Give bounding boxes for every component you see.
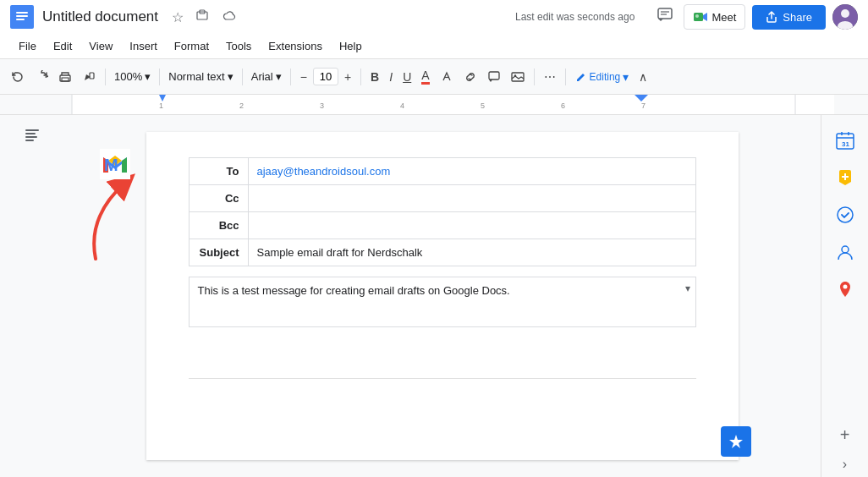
svg-rect-19 — [489, 72, 499, 80]
svg-rect-11 — [695, 14, 699, 18]
document-horizontal-rule — [189, 378, 696, 379]
toolbar-divider-2 — [159, 69, 160, 85]
print-button[interactable] — [54, 67, 76, 87]
document-title[interactable]: Untitled document — [42, 8, 158, 25]
ruler: 1 2 3 4 5 6 7 — [0, 95, 868, 115]
gmail-m-icon-container: M — [100, 149, 130, 182]
toolbar-divider-3 — [242, 69, 243, 85]
menu-file[interactable]: File — [10, 36, 45, 56]
svg-point-47 — [838, 207, 853, 222]
star-icon[interactable]: ☆ — [172, 9, 184, 25]
svg-marker-10 — [703, 13, 707, 21]
ruler-inner: 1 2 3 4 5 6 7 — [0, 95, 868, 114]
svg-text:M: M — [104, 156, 118, 174]
image-button[interactable] — [507, 67, 529, 87]
style-select[interactable]: Normal text ▾ — [165, 68, 236, 85]
comment-insert-button[interactable] — [483, 67, 505, 87]
highlight-button[interactable] — [436, 67, 458, 87]
toolbar-divider-1 — [105, 69, 106, 85]
editing-mode-button[interactable]: Editing ▾ — [571, 67, 634, 87]
subject-label: Subject — [189, 239, 248, 266]
table-row-bcc: Bcc — [189, 212, 695, 239]
document-outline-button[interactable] — [20, 123, 44, 150]
svg-rect-6 — [658, 8, 672, 19]
toolbar-divider-6 — [534, 69, 535, 85]
to-value[interactable]: ajaay@theandroidsoul.com — [248, 158, 695, 185]
last-edit-status: Last edit was seconds ago — [515, 11, 635, 23]
expand-sidebar-button[interactable]: › — [843, 457, 847, 472]
font-size-input[interactable] — [313, 68, 338, 85]
font-select[interactable]: Arial ▾ — [248, 68, 285, 85]
meet-button[interactable]: Meet — [684, 4, 745, 30]
main-content: M To ajaay@theandroidsoul.com — [0, 115, 868, 477]
sidebar-app-maps[interactable] — [830, 274, 860, 304]
link-button[interactable] — [459, 67, 481, 87]
title-bar: Untitled document ☆ Last edit was second… — [0, 0, 868, 34]
sidebar-app-tasks[interactable] — [830, 200, 860, 230]
email-draft-table: To ajaay@theandroidsoul.com Cc Bcc Subje… — [189, 157, 696, 266]
svg-text:7: 7 — [641, 101, 646, 110]
style-arrow-icon: ▾ — [228, 70, 233, 83]
bcc-label: Bcc — [189, 212, 248, 239]
menu-format[interactable]: Format — [166, 36, 217, 56]
meet-label: Meet — [711, 11, 736, 24]
svg-text:4: 4 — [400, 101, 404, 110]
style-value: Normal text — [168, 70, 224, 83]
redo-button[interactable] — [30, 67, 52, 87]
menu-extensions[interactable]: Extensions — [260, 36, 331, 56]
table-row-subject: Subject Sample email draft for Nerdschal… — [189, 239, 695, 266]
share-label: Share — [783, 11, 812, 24]
bcc-value[interactable] — [248, 212, 695, 239]
add-more-apps-button[interactable]: + — [840, 425, 850, 445]
drive-icon[interactable] — [195, 8, 209, 25]
menu-edit[interactable]: Edit — [45, 36, 80, 56]
more-options-button[interactable]: ⋯ — [540, 67, 560, 87]
bold-button[interactable]: B — [366, 67, 383, 87]
expand-body-icon[interactable]: ▾ — [685, 282, 690, 294]
svg-text:5: 5 — [481, 101, 485, 110]
svg-marker-32 — [635, 95, 648, 101]
cc-label: Cc — [189, 185, 248, 212]
document-area: M To ajaay@theandroidsoul.com — [63, 115, 821, 477]
menu-view[interactable]: View — [80, 36, 121, 56]
font-size-increase-button[interactable]: + — [340, 67, 355, 87]
email-body-cell[interactable]: This is a test message for creating emai… — [189, 277, 696, 327]
svg-rect-1 — [16, 12, 28, 14]
svg-rect-34 — [25, 133, 36, 134]
svg-point-49 — [843, 285, 847, 289]
font-size-control: − + — [296, 67, 355, 87]
user-avatar[interactable] — [832, 4, 858, 30]
toolbar-divider-7 — [565, 69, 566, 85]
paint-format-button[interactable] — [78, 67, 100, 87]
menu-tools[interactable]: Tools — [217, 36, 260, 56]
document-page: M To ajaay@theandroidsoul.com — [146, 132, 739, 460]
menu-help[interactable]: Help — [331, 36, 371, 56]
underline-button[interactable]: U — [398, 67, 415, 87]
svg-rect-17 — [90, 73, 94, 79]
sidebar-app-calendar[interactable]: 31 — [830, 125, 860, 156]
toolbar: 100% ▾ Normal text ▾ Arial ▾ − + B I U A… — [0, 59, 868, 95]
cloud-icon — [221, 9, 236, 25]
sidebar-app-keep[interactable] — [830, 162, 860, 193]
collapse-toolbar-button[interactable]: ∧ — [635, 67, 651, 87]
svg-rect-35 — [25, 136, 37, 138]
cc-value[interactable] — [248, 185, 695, 212]
menu-insert[interactable]: Insert — [121, 36, 166, 56]
explore-button[interactable] — [721, 426, 751, 457]
title-bar-actions: Meet Share — [653, 3, 858, 31]
svg-rect-4 — [197, 12, 207, 19]
svg-rect-36 — [25, 140, 34, 141]
italic-button[interactable]: I — [385, 67, 397, 87]
toolbar-divider-4 — [290, 69, 291, 85]
svg-text:31: 31 — [842, 140, 849, 148]
left-sidebar — [0, 115, 63, 477]
font-size-decrease-button[interactable]: − — [296, 67, 311, 87]
menu-bar: File Edit View Insert Format Tools Exten… — [0, 34, 868, 59]
text-color-button[interactable]: A — [417, 65, 433, 88]
comment-history-button[interactable] — [653, 3, 677, 31]
subject-value[interactable]: Sample email draft for Nerdschalk — [248, 239, 695, 266]
undo-button[interactable] — [7, 67, 29, 87]
zoom-select[interactable]: 100% ▾ — [111, 68, 154, 85]
share-button[interactable]: Share — [752, 5, 826, 30]
sidebar-app-contacts[interactable] — [830, 237, 860, 267]
